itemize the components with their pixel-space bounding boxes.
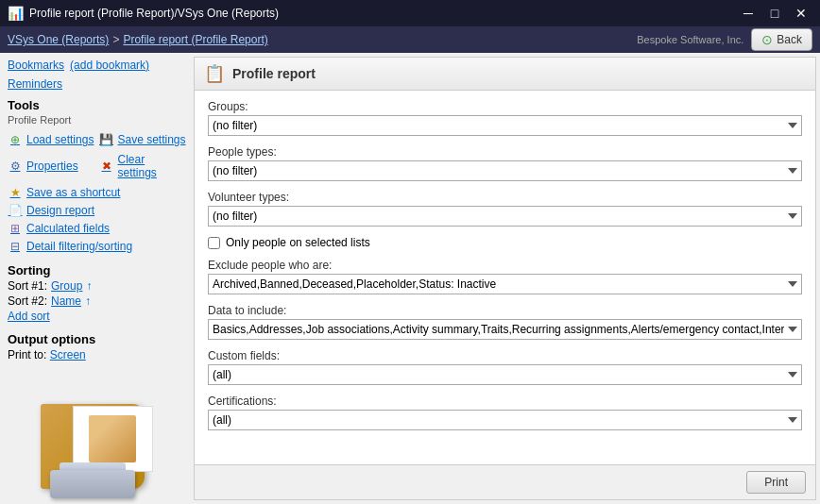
output-options-section: Output options Print to: Screen — [8, 332, 186, 363]
sort-2-label: Sort #2: — [8, 294, 47, 308]
printer-base — [50, 470, 135, 498]
window-title: Profile report (Profile Report)/VSys One… — [29, 7, 279, 20]
tab-bookmarks[interactable]: Bookmarks — [8, 59, 64, 72]
sorting-title: Sorting — [8, 263, 186, 277]
calculated-fields-button[interactable]: ⊞ Calculated fields — [8, 220, 186, 237]
data-to-include-select[interactable]: Basics,Addresses,Job associations,Activi… — [208, 319, 802, 340]
save-settings-label: Save settings — [118, 133, 186, 146]
clear-settings-label: Clear settings — [118, 153, 187, 179]
book-page-inner — [89, 415, 136, 462]
tab-add-bookmark[interactable]: (add bookmark) — [70, 59, 149, 72]
breadcrumb-profile-link[interactable]: Profile report (Profile Report) — [123, 33, 267, 46]
load-settings-button[interactable]: ⊕ Load settings — [8, 131, 95, 148]
close-button[interactable]: ✕ — [790, 4, 812, 23]
print-to-value[interactable]: Screen — [50, 348, 86, 361]
title-bar: 📊 Profile report (Profile Report)/VSys O… — [0, 0, 820, 26]
calculated-fields-label: Calculated fields — [26, 222, 110, 235]
design-report-label: Design report — [26, 204, 94, 217]
tools-grid-row2: ⚙ Properties ✖ Clear settings — [8, 152, 186, 180]
print-to-label: Print to: — [8, 348, 46, 361]
properties-button[interactable]: ⚙ Properties — [8, 152, 95, 180]
clear-icon: ✖ — [99, 159, 114, 174]
sort-2-field[interactable]: Name — [51, 294, 81, 308]
content-area: Bookmarks (add bookmark) Reminders Tools… — [0, 53, 820, 504]
window-controls: ─ □ ✕ — [737, 4, 812, 23]
custom-fields-select[interactable]: (all) — [208, 364, 802, 385]
save-shortcut-button[interactable]: ★ Save as a shortcut — [8, 184, 186, 201]
certifications-label: Certifications: — [208, 395, 802, 408]
sort-2-item: Sort #2: Name ↑ — [8, 294, 186, 308]
only-selected-lists-label: Only people on selected lists — [226, 236, 370, 249]
exclude-field: Exclude people who are: Archived,Banned,… — [208, 259, 802, 294]
detail-filtering-label: Detail filtering/sorting — [26, 240, 132, 253]
exclude-select[interactable]: Archived,Banned,Deceased,Placeholder,Sta… — [208, 274, 802, 294]
people-types-label: People types: — [208, 145, 802, 159]
calculated-icon: ⊞ — [8, 221, 23, 236]
back-button-label: Back — [777, 33, 802, 46]
app-icon: 📊 — [8, 6, 24, 21]
sort-1-item: Sort #1: Group ↑ — [8, 279, 186, 293]
tools-grid-row1: ⊕ Load settings 💾 Save settings — [8, 131, 186, 148]
certifications-select[interactable]: (all) — [208, 410, 802, 430]
properties-label: Properties — [26, 160, 78, 173]
volunteer-types-select[interactable]: (no filter) — [208, 206, 802, 227]
tools-section: Tools Profile Report ⊕ Load settings 💾 S… — [8, 98, 186, 256]
sorting-section: Sorting Sort #1: Group ↑ Sort #2: Name ↑… — [8, 263, 186, 323]
only-selected-lists-checkbox[interactable] — [208, 237, 220, 249]
tools-title: Tools — [8, 98, 186, 112]
sidebar-decoration — [8, 385, 186, 498]
data-to-include-label: Data to include: — [208, 304, 802, 317]
shortcut-icon: ★ — [8, 185, 23, 200]
nav-tabs: Bookmarks (add bookmark) Reminders — [8, 59, 186, 91]
maximize-button[interactable]: □ — [763, 4, 786, 23]
menu-bar: VSys One (Reports) > Profile report (Pro… — [0, 26, 820, 53]
design-report-button[interactable]: 📄 Design report — [8, 202, 186, 219]
panel-header: 📋 Profile report — [195, 58, 815, 91]
sort-1-field[interactable]: Group — [51, 279, 82, 293]
print-to-item: Print to: Screen — [8, 348, 186, 361]
breadcrumb-vsys-link[interactable]: VSys One (Reports) — [8, 33, 109, 46]
volunteer-types-field: Volunteer types: (no filter) — [208, 191, 802, 227]
panel-title: Profile report — [232, 66, 316, 81]
minimize-button[interactable]: ─ — [737, 4, 760, 23]
certifications-field: Certifications: (all) — [208, 395, 802, 430]
groups-select[interactable]: (no filter) — [208, 115, 802, 136]
load-settings-label: Load settings — [26, 133, 94, 146]
back-icon: ⊙ — [761, 32, 773, 47]
exclude-label: Exclude people who are: — [208, 259, 802, 272]
custom-fields-field: Custom fields: (all) — [208, 349, 802, 385]
detail-filtering-button[interactable]: ⊟ Detail filtering/sorting — [8, 238, 186, 255]
groups-label: Groups: — [208, 100, 802, 113]
sidebar: Bookmarks (add bookmark) Reminders Tools… — [0, 53, 194, 504]
design-icon: 📄 — [8, 203, 23, 218]
data-to-include-field: Data to include: Basics,Addresses,Job as… — [208, 304, 802, 340]
tab-reminders[interactable]: Reminders — [8, 77, 62, 91]
sort-1-arrow[interactable]: ↑ — [86, 279, 92, 293]
add-sort-button[interactable]: Add sort — [8, 310, 50, 323]
tools-subtitle: Profile Report — [8, 114, 186, 126]
custom-fields-label: Custom fields: — [208, 349, 802, 362]
clear-settings-button[interactable]: ✖ Clear settings — [99, 152, 187, 180]
save-shortcut-label: Save as a shortcut — [26, 186, 120, 199]
save-settings-button[interactable]: 💾 Save settings — [99, 131, 187, 148]
people-types-select[interactable]: (no filter) — [208, 160, 802, 181]
book-printer-icon — [31, 395, 163, 498]
bottom-bar: Print — [195, 464, 815, 499]
print-button[interactable]: Print — [746, 471, 806, 494]
main-panel: 📋 Profile report Groups: (no filter) Peo… — [194, 57, 816, 500]
save-icon: 💾 — [99, 132, 114, 147]
output-options-title: Output options — [8, 332, 186, 346]
groups-field: Groups: (no filter) — [208, 100, 802, 136]
properties-icon: ⚙ — [8, 159, 23, 174]
volunteer-types-label: Volunteer types: — [208, 191, 802, 204]
bespoke-label: Bespoke Software, Inc. — [637, 34, 743, 45]
back-button[interactable]: ⊙ Back — [751, 28, 812, 51]
sort-2-arrow[interactable]: ↑ — [85, 294, 91, 308]
load-icon: ⊕ — [8, 132, 23, 147]
filter-icon: ⊟ — [8, 239, 23, 254]
form-area: Groups: (no filter) People types: (no fi… — [195, 91, 815, 464]
breadcrumb-separator: > — [112, 33, 119, 46]
panel-header-icon: 📋 — [204, 63, 225, 84]
sort-1-label: Sort #1: — [8, 279, 47, 293]
breadcrumb: VSys One (Reports) > Profile report (Pro… — [8, 33, 268, 46]
